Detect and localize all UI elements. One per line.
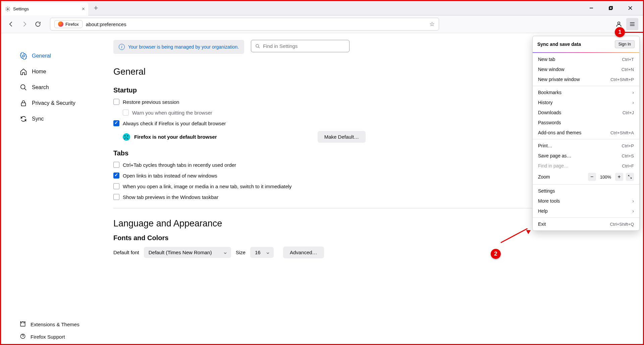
titlebar: Settings × + <box>1 1 643 15</box>
help-icon <box>20 333 26 340</box>
zoom-value: 100% <box>600 175 611 180</box>
chevron-right-icon: › <box>632 198 634 204</box>
settings-sidebar: General Home Search Privacy & Security S… <box>1 33 100 343</box>
menu-settings[interactable]: Settings <box>533 186 639 196</box>
sidebar-item-home[interactable]: Home <box>1 64 100 79</box>
reload-button[interactable] <box>33 19 43 29</box>
menu-passwords[interactable]: Passwords <box>533 118 639 128</box>
menu-more-tools[interactable]: More tools› <box>533 196 639 206</box>
menu-sync-heading: Sync and save data <box>537 42 581 47</box>
sign-in-button[interactable]: Sign In <box>615 40 635 48</box>
sidebar-support-link[interactable]: Firefox Support <box>1 331 100 343</box>
settings-search[interactable] <box>251 40 350 52</box>
menu-new-private[interactable]: New private windowCtrl+Shift+P <box>533 74 639 84</box>
minimize-button[interactable] <box>585 3 598 13</box>
menu-find[interactable]: Find in page…Ctrl+F <box>533 161 639 171</box>
search-icon <box>20 84 27 91</box>
font-size-label: Size <box>236 250 246 255</box>
lock-icon <box>20 99 27 107</box>
menu-new-window[interactable]: New windowCtrl+N <box>533 64 639 74</box>
url-bar[interactable]: Firefox about:preferences ☆ <box>50 18 439 30</box>
bookmark-star-icon[interactable]: ☆ <box>429 20 435 28</box>
sidebar-item-general[interactable]: General <box>1 48 100 64</box>
heading-fonts: Fonts and Colors <box>113 234 616 242</box>
svg-point-10 <box>22 55 24 57</box>
not-default-text: Firefox is not your default browser <box>134 134 217 140</box>
menu-help[interactable]: Help› <box>533 206 639 216</box>
menu-history[interactable]: History› <box>533 97 639 108</box>
sidebar-item-search[interactable]: Search <box>1 79 100 95</box>
menu-bookmarks[interactable]: Bookmarks› <box>533 87 639 97</box>
sync-icon <box>20 115 27 123</box>
zoom-in-button[interactable]: + <box>615 173 623 181</box>
zoom-out-button[interactable]: − <box>588 173 596 181</box>
app-menu: Sync and save data Sign In New tabCtrl+T… <box>532 36 640 231</box>
svg-line-16 <box>258 47 260 48</box>
svg-line-12 <box>24 88 26 90</box>
menu-exit[interactable]: ExitCtrl+Shift+Q <box>533 219 639 229</box>
menu-addons[interactable]: Add-ons and themesCtrl+Shift+A <box>533 128 639 138</box>
identity-badge[interactable]: Firefox <box>54 20 83 28</box>
gear-icon <box>20 52 27 60</box>
sidebar-item-sync[interactable]: Sync <box>1 111 100 127</box>
new-tab-button[interactable]: + <box>91 3 101 13</box>
svg-point-11 <box>21 84 25 89</box>
fullscreen-button[interactable] <box>626 173 634 181</box>
svg-point-6 <box>618 22 620 24</box>
tab-title: Settings <box>13 6 29 11</box>
hamburger-menu-button[interactable] <box>626 18 638 30</box>
gear-icon <box>5 6 10 12</box>
home-icon <box>20 68 27 75</box>
annotation-badge-1: 1 <box>615 27 625 37</box>
svg-point-0 <box>7 8 8 10</box>
close-icon[interactable]: × <box>82 6 85 12</box>
menu-print[interactable]: Print…Ctrl+P <box>533 141 639 151</box>
svg-point-15 <box>256 44 259 47</box>
sad-face-icon <box>123 133 130 141</box>
menu-downloads[interactable]: DownloadsCtrl+J <box>533 108 639 118</box>
font-size-select[interactable]: 16 <box>250 247 274 258</box>
menu-zoom: Zoom − 100% + <box>533 171 639 183</box>
default-font-label: Default font <box>113 250 139 255</box>
annotation-2: 2 <box>491 249 501 259</box>
managed-notice: i Your browser is being managed by your … <box>113 40 244 54</box>
search-input[interactable] <box>263 43 345 49</box>
forward-button[interactable] <box>19 19 30 29</box>
default-font-select[interactable]: Default (Times New Roman) <box>144 247 231 258</box>
sidebar-extensions-link[interactable]: Extensions & Themes <box>1 318 100 331</box>
make-default-button[interactable]: Make Default… <box>318 131 366 143</box>
nav-toolbar: Firefox about:preferences ☆ <box>1 15 643 33</box>
annotation-badge-2: 2 <box>491 249 501 259</box>
maximize-button[interactable] <box>604 3 618 13</box>
svg-rect-13 <box>21 103 26 106</box>
menu-save-as[interactable]: Save page as…Ctrl+S <box>533 151 639 161</box>
url-text: about:preferences <box>86 21 126 27</box>
puzzle-icon <box>20 321 26 328</box>
chevron-right-icon: › <box>632 100 634 105</box>
annotation-1: 1 <box>615 27 625 37</box>
default-font-row: Default font Default (Times New Roman) S… <box>113 247 616 258</box>
notice-text[interactable]: Your browser is being managed by your or… <box>128 44 239 50</box>
firefox-icon <box>58 21 63 27</box>
info-icon: i <box>119 44 125 50</box>
chevron-right-icon: › <box>632 90 634 95</box>
menu-new-tab[interactable]: New tabCtrl+T <box>533 54 639 64</box>
window-close-button[interactable] <box>624 3 637 13</box>
back-button[interactable] <box>6 19 16 29</box>
browser-tab[interactable]: Settings × <box>1 3 88 15</box>
sidebar-item-privacy[interactable]: Privacy & Security <box>1 95 100 111</box>
chevron-right-icon: › <box>632 208 634 214</box>
advanced-fonts-button[interactable]: Advanced… <box>283 247 324 258</box>
